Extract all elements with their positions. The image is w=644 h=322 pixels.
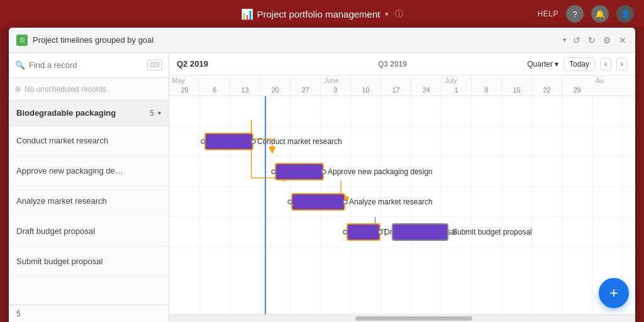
chart-icon: 📊 <box>241 8 253 20</box>
month-may: May <box>172 77 185 84</box>
modal-window: ☰ Project timelines grouped by goal ▾ ↺ … <box>9 28 635 322</box>
date-29b: 29 <box>562 75 592 96</box>
top-bar-right: HELP ? 🔔 👤 <box>538 5 634 23</box>
search-input[interactable] <box>29 60 143 70</box>
unscheduled-row: ⊞ No unscheduled records <box>9 78 169 101</box>
task-dot-3a <box>287 199 292 204</box>
task-row-4-label: Draft budget proposal <box>16 226 95 236</box>
date-6: 6 <box>199 75 230 96</box>
gantt-row-1 <box>169 96 635 126</box>
user-avatar[interactable]: 👤 <box>616 5 634 23</box>
task-row-2-label: Approve new packaging de… <box>16 166 123 175</box>
task-row-1-label: Conduct market research <box>16 136 108 145</box>
gantt-body: Conduct market research Approve new pack… <box>169 96 635 314</box>
quarter-option: Quarter <box>527 60 553 69</box>
month-june: June <box>324 77 339 84</box>
date-27: 27 <box>290 75 320 96</box>
gantt-scrollbar[interactable] <box>169 314 635 322</box>
date-10: 10 <box>350 75 380 96</box>
gantt-top-row: Q2 2019 Q3 2019 Quarter ▾ Today ‹ › <box>169 53 635 75</box>
task-dot-2b <box>321 169 326 174</box>
modal-title: Project timelines grouped by goal <box>33 35 558 45</box>
keyboard-icon: ⌨ <box>147 60 162 70</box>
modal-controls: ↺ ↻ ⚙ ✕ <box>572 34 628 47</box>
settings-btn[interactable]: ⚙ <box>602 34 613 47</box>
task-row-5[interactable]: Submit budget proposal <box>9 247 169 277</box>
task-dot-2a <box>271 169 276 174</box>
date-17: 17 <box>380 75 411 96</box>
task-bar-5[interactable]: Submit budget proposal <box>392 223 448 241</box>
top-bar: 📊 Project portfolio management ▾ ⓘ HELP … <box>0 0 644 28</box>
search-bar: 🔍 ⌨ <box>9 53 169 78</box>
task-dot-4a <box>343 230 348 235</box>
sidebar-footer: 5 <box>9 304 169 322</box>
date-15: 15 <box>501 75 531 96</box>
modal-titlebar: ☰ Project timelines grouped by goal ▾ ↺ … <box>9 28 635 53</box>
title-caret[interactable]: ▾ <box>563 36 567 44</box>
chevron-down-icon: ▾ <box>158 109 161 116</box>
date-20: 20 <box>260 75 290 96</box>
date-22: 22 <box>531 75 562 96</box>
fab-add-btn[interactable]: + <box>599 278 629 308</box>
task-bar-2[interactable]: Approve new packaging design <box>275 163 324 180</box>
task-label-5: Submit budget proposal <box>452 228 532 236</box>
task-row-3[interactable]: Analyze market research <box>9 186 169 216</box>
task-dot-1a <box>201 139 206 144</box>
gantt-area: Q2 2019 Q3 2019 Quarter ▾ Today ‹ › <box>169 53 635 322</box>
group-count: 5 <box>150 109 154 118</box>
q3-label: Q3 2019 <box>378 60 504 69</box>
grid-icon: ⊞ <box>15 85 21 93</box>
month-july: July <box>445 77 457 84</box>
gantt-dates-row: May 29 6 13 20 27 June 3 10 17 24 July 1… <box>169 75 635 96</box>
task-dot-3b <box>343 199 348 204</box>
redo-btn[interactable]: ↻ <box>587 34 597 47</box>
task-row-3-label: Analyze market research <box>16 196 107 206</box>
date-8: 8 <box>471 75 501 96</box>
task-label-3: Analyze market research <box>349 197 433 206</box>
task-row-2[interactable]: Approve new packaging de… <box>9 156 169 186</box>
task-dot-1b <box>251 139 256 144</box>
month-aug: Au <box>596 77 604 84</box>
task-bar-1[interactable]: Conduct market research <box>204 133 253 150</box>
info-icon[interactable]: ⓘ <box>395 8 403 19</box>
task-bar-4[interactable]: Draft budget proposal <box>347 223 380 241</box>
gantt-nav: Quarter ▾ Today ‹ › <box>527 57 628 71</box>
date-24: 24 <box>411 75 441 96</box>
app-title-area: 📊 Project portfolio management ▾ ⓘ <box>241 8 404 20</box>
app-title: Project portfolio management <box>257 9 380 19</box>
modal-content: 🔍 ⌨ ⊞ No unscheduled records Biodegradab… <box>9 53 635 322</box>
title-dropdown-icon[interactable]: ▾ <box>385 10 389 18</box>
group-header[interactable]: Biodegradable packaging 5 ▾ <box>9 101 169 126</box>
date-13: 13 <box>230 75 260 96</box>
help-label: HELP <box>538 9 558 18</box>
quarter-dropdown[interactable]: Quarter ▾ <box>527 60 558 69</box>
close-btn[interactable]: ✕ <box>618 34 628 47</box>
today-btn[interactable]: Today <box>564 57 595 71</box>
gantt-header: Q2 2019 Q3 2019 Quarter ▾ Today ‹ › <box>169 53 635 96</box>
group-name: Biodegradable packaging <box>16 108 146 118</box>
unscheduled-label: No unscheduled records <box>25 85 106 94</box>
help-icon-btn[interactable]: ? <box>566 5 584 23</box>
task-row-5-label: Submit budget proposal <box>16 257 103 266</box>
today-line <box>265 96 266 314</box>
task-row-1[interactable]: Conduct market research <box>9 126 169 156</box>
scrollbar-thumb[interactable] <box>355 316 472 321</box>
next-btn[interactable]: › <box>616 58 628 70</box>
search-icon: 🔍 <box>15 60 25 70</box>
task-label-2: Approve new packaging design <box>328 167 433 176</box>
task-bar-3[interactable]: Analyze market research <box>291 193 345 211</box>
sidebar: 🔍 ⌨ ⊞ No unscheduled records Biodegradab… <box>9 53 169 322</box>
task-label-1: Conduct market research <box>257 137 342 146</box>
modal-icon: ☰ <box>16 35 28 46</box>
prev-btn[interactable]: ‹ <box>600 58 611 70</box>
undo-btn[interactable]: ↺ <box>572 34 582 47</box>
notification-icon-btn[interactable]: 🔔 <box>591 5 609 23</box>
footer-count: 5 <box>16 309 21 318</box>
task-row-4[interactable]: Draft budget proposal <box>9 216 169 247</box>
quarter-dropdown-icon: ▾ <box>555 60 558 69</box>
q2-label: Q2 2019 <box>177 59 378 69</box>
modal-icon-symbol: ☰ <box>19 36 25 43</box>
task-dot-4b <box>378 230 383 235</box>
